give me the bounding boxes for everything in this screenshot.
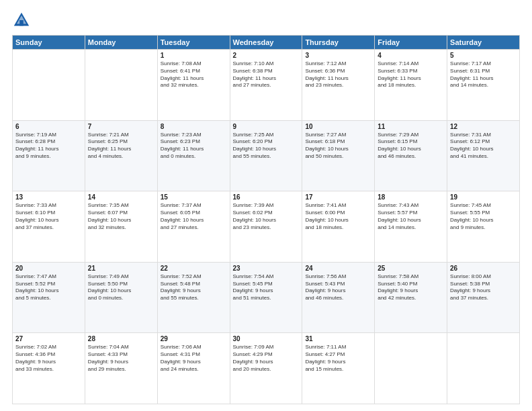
day-number: 11 <box>378 123 444 130</box>
calendar-cell: 6Sunrise: 7:19 AM Sunset: 6:28 PM Daylig… <box>13 120 85 191</box>
weekday-header-row: SundayMondayTuesdayWednesdayThursdayFrid… <box>13 36 520 50</box>
day-number: 13 <box>15 193 82 201</box>
calendar-cell: 28Sunrise: 7:04 AM Sunset: 4:33 PM Dayli… <box>85 333 157 404</box>
day-number: 15 <box>161 193 227 201</box>
header <box>12 11 520 30</box>
calendar-cell: 19Sunrise: 7:45 AM Sunset: 5:55 PM Dayli… <box>447 191 520 263</box>
calendar-cell: 4Sunrise: 7:14 AM Sunset: 6:33 PM Daylig… <box>375 50 447 121</box>
calendar-cell: 22Sunrise: 7:52 AM Sunset: 5:48 PM Dayli… <box>157 262 230 333</box>
day-number: 4 <box>378 52 444 59</box>
day-number: 9 <box>233 123 300 130</box>
day-number: 26 <box>450 265 517 272</box>
weekday-saturday: Saturday <box>447 36 520 50</box>
cell-content: Sunrise: 7:49 AM Sunset: 5:50 PM Dayligh… <box>88 273 154 302</box>
cell-content: Sunrise: 7:43 AM Sunset: 5:57 PM Dayligh… <box>378 202 444 231</box>
cell-content: Sunrise: 8:00 AM Sunset: 5:38 PM Dayligh… <box>450 273 517 302</box>
cell-content: Sunrise: 7:23 AM Sunset: 6:23 PM Dayligh… <box>161 132 227 161</box>
calendar-cell: 5Sunrise: 7:17 AM Sunset: 6:31 PM Daylig… <box>447 50 520 121</box>
day-number: 16 <box>233 193 300 201</box>
week-row-3: 20Sunrise: 7:47 AM Sunset: 5:52 PM Dayli… <box>13 262 520 333</box>
cell-content: Sunrise: 7:06 AM Sunset: 4:31 PM Dayligh… <box>161 344 227 373</box>
calendar-cell <box>85 50 157 121</box>
calendar-cell: 31Sunrise: 7:11 AM Sunset: 4:27 PM Dayli… <box>302 333 375 404</box>
calendar-cell: 30Sunrise: 7:09 AM Sunset: 4:29 PM Dayli… <box>230 333 302 404</box>
day-number: 31 <box>305 335 371 342</box>
week-row-1: 6Sunrise: 7:19 AM Sunset: 6:28 PM Daylig… <box>13 120 520 191</box>
day-number: 24 <box>305 265 371 272</box>
cell-content: Sunrise: 7:39 AM Sunset: 6:02 PM Dayligh… <box>233 202 300 231</box>
calendar-cell: 7Sunrise: 7:21 AM Sunset: 6:25 PM Daylig… <box>85 120 157 191</box>
day-number: 30 <box>233 335 300 342</box>
calendar-cell: 15Sunrise: 7:37 AM Sunset: 6:05 PM Dayli… <box>157 191 230 263</box>
day-number: 7 <box>88 123 154 130</box>
weekday-wednesday: Wednesday <box>230 36 302 50</box>
day-number: 25 <box>378 265 444 272</box>
weekday-tuesday: Tuesday <box>157 36 230 50</box>
cell-content: Sunrise: 7:31 AM Sunset: 6:12 PM Dayligh… <box>450 132 517 161</box>
weekday-friday: Friday <box>375 36 447 50</box>
calendar-cell <box>13 50 85 121</box>
calendar-cell: 23Sunrise: 7:54 AM Sunset: 5:45 PM Dayli… <box>230 262 302 333</box>
day-number: 1 <box>161 52 227 59</box>
calendar-cell: 20Sunrise: 7:47 AM Sunset: 5:52 PM Dayli… <box>13 262 85 333</box>
cell-content: Sunrise: 7:29 AM Sunset: 6:15 PM Dayligh… <box>378 132 444 161</box>
day-number: 23 <box>233 265 300 272</box>
day-number: 8 <box>161 123 227 130</box>
weekday-sunday: Sunday <box>13 36 85 50</box>
cell-content: Sunrise: 7:54 AM Sunset: 5:45 PM Dayligh… <box>233 273 300 302</box>
week-row-4: 27Sunrise: 7:02 AM Sunset: 4:36 PM Dayli… <box>13 333 520 404</box>
cell-content: Sunrise: 7:21 AM Sunset: 6:25 PM Dayligh… <box>88 132 154 161</box>
calendar-table: SundayMondayTuesdayWednesdayThursdayFrid… <box>12 35 520 404</box>
cell-content: Sunrise: 7:45 AM Sunset: 5:55 PM Dayligh… <box>450 202 517 231</box>
day-number: 18 <box>378 193 444 201</box>
calendar-cell: 2Sunrise: 7:10 AM Sunset: 6:38 PM Daylig… <box>230 50 302 121</box>
day-number: 20 <box>15 265 82 272</box>
day-number: 28 <box>88 335 154 342</box>
logo-icon <box>12 11 31 30</box>
cell-content: Sunrise: 7:41 AM Sunset: 6:00 PM Dayligh… <box>305 202 371 231</box>
cell-content: Sunrise: 7:14 AM Sunset: 6:33 PM Dayligh… <box>378 60 444 89</box>
day-number: 6 <box>15 123 82 130</box>
calendar-cell: 27Sunrise: 7:02 AM Sunset: 4:36 PM Dayli… <box>13 333 85 404</box>
page: SundayMondayTuesdayWednesdayThursdayFrid… <box>0 0 532 411</box>
week-row-2: 13Sunrise: 7:33 AM Sunset: 6:10 PM Dayli… <box>13 191 520 263</box>
calendar-cell: 29Sunrise: 7:06 AM Sunset: 4:31 PM Dayli… <box>157 333 230 404</box>
calendar-cell: 21Sunrise: 7:49 AM Sunset: 5:50 PM Dayli… <box>85 262 157 333</box>
calendar-cell: 24Sunrise: 7:56 AM Sunset: 5:43 PM Dayli… <box>302 262 375 333</box>
day-number: 2 <box>233 52 300 59</box>
cell-content: Sunrise: 7:56 AM Sunset: 5:43 PM Dayligh… <box>305 273 371 302</box>
calendar-cell: 12Sunrise: 7:31 AM Sunset: 6:12 PM Dayli… <box>447 120 520 191</box>
calendar-cell: 11Sunrise: 7:29 AM Sunset: 6:15 PM Dayli… <box>375 120 447 191</box>
week-row-0: 1Sunrise: 7:08 AM Sunset: 6:41 PM Daylig… <box>13 50 520 121</box>
day-number: 12 <box>450 123 517 130</box>
weekday-thursday: Thursday <box>302 36 375 50</box>
cell-content: Sunrise: 7:12 AM Sunset: 6:36 PM Dayligh… <box>305 60 371 89</box>
calendar-cell: 13Sunrise: 7:33 AM Sunset: 6:10 PM Dayli… <box>13 191 85 263</box>
day-number: 21 <box>88 265 154 272</box>
calendar-cell: 16Sunrise: 7:39 AM Sunset: 6:02 PM Dayli… <box>230 191 302 263</box>
cell-content: Sunrise: 7:25 AM Sunset: 6:20 PM Dayligh… <box>233 132 300 161</box>
calendar-cell: 26Sunrise: 8:00 AM Sunset: 5:38 PM Dayli… <box>447 262 520 333</box>
cell-content: Sunrise: 7:09 AM Sunset: 4:29 PM Dayligh… <box>233 344 300 373</box>
day-number: 14 <box>88 193 154 201</box>
weekday-monday: Monday <box>85 36 157 50</box>
cell-content: Sunrise: 7:10 AM Sunset: 6:38 PM Dayligh… <box>233 60 300 89</box>
calendar-cell: 10Sunrise: 7:27 AM Sunset: 6:18 PM Dayli… <box>302 120 375 191</box>
cell-content: Sunrise: 7:02 AM Sunset: 4:36 PM Dayligh… <box>15 344 82 373</box>
day-number: 5 <box>450 52 517 59</box>
cell-content: Sunrise: 7:35 AM Sunset: 6:07 PM Dayligh… <box>88 202 154 231</box>
logo <box>12 11 35 30</box>
cell-content: Sunrise: 7:08 AM Sunset: 6:41 PM Dayligh… <box>161 60 227 89</box>
cell-content: Sunrise: 7:47 AM Sunset: 5:52 PM Dayligh… <box>15 273 82 302</box>
day-number: 10 <box>305 123 371 130</box>
svg-rect-2 <box>19 20 24 26</box>
calendar-cell: 9Sunrise: 7:25 AM Sunset: 6:20 PM Daylig… <box>230 120 302 191</box>
day-number: 27 <box>15 335 82 342</box>
calendar-cell: 3Sunrise: 7:12 AM Sunset: 6:36 PM Daylig… <box>302 50 375 121</box>
cell-content: Sunrise: 7:11 AM Sunset: 4:27 PM Dayligh… <box>305 344 371 373</box>
calendar-cell <box>447 333 520 404</box>
cell-content: Sunrise: 7:17 AM Sunset: 6:31 PM Dayligh… <box>450 60 517 89</box>
day-number: 19 <box>450 193 517 201</box>
cell-content: Sunrise: 7:33 AM Sunset: 6:10 PM Dayligh… <box>15 202 82 231</box>
calendar-cell: 14Sunrise: 7:35 AM Sunset: 6:07 PM Dayli… <box>85 191 157 263</box>
